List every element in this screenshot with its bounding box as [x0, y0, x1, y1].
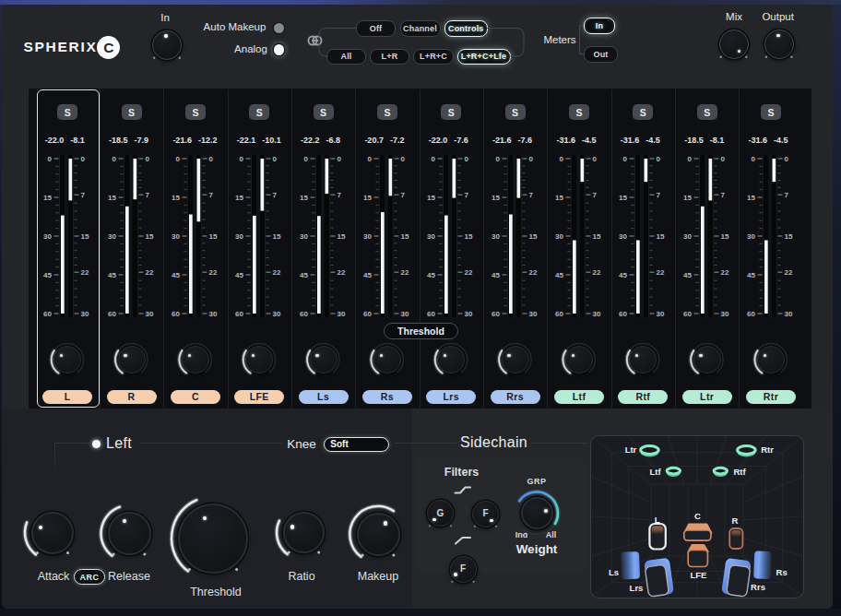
svg-text:30: 30: [593, 310, 601, 318]
svg-text:30: 30: [555, 232, 563, 241]
svg-text:7: 7: [593, 191, 598, 199]
svg-text:0: 0: [208, 155, 213, 163]
svg-text:0: 0: [175, 155, 180, 163]
svg-text:Ltf: Ltf: [649, 467, 661, 477]
svg-text:15: 15: [593, 232, 601, 241]
svg-text:Ls: Ls: [609, 567, 619, 577]
svg-text:60: 60: [427, 310, 435, 318]
svg-text:45: 45: [427, 271, 435, 279]
svg-text:15: 15: [337, 232, 345, 241]
svg-text:15: 15: [657, 232, 665, 241]
svg-text:15: 15: [427, 194, 435, 202]
svg-text:15: 15: [108, 194, 116, 202]
svg-text:30: 30: [465, 310, 473, 318]
svg-text:45: 45: [619, 271, 627, 279]
svg-text:15: 15: [720, 232, 728, 241]
svg-text:Rtf: Rtf: [733, 467, 746, 477]
svg-text:60: 60: [555, 310, 563, 318]
svg-text:R: R: [732, 515, 739, 526]
svg-text:30: 30: [747, 232, 755, 241]
svg-text:22: 22: [785, 268, 793, 277]
svg-text:30: 30: [337, 310, 345, 318]
svg-text:30: 30: [683, 232, 692, 241]
svg-text:7: 7: [465, 191, 469, 199]
svg-text:0: 0: [560, 155, 564, 163]
svg-text:30: 30: [300, 232, 308, 241]
svg-text:7: 7: [145, 191, 149, 199]
svg-text:22: 22: [273, 268, 281, 277]
svg-text:0: 0: [273, 155, 278, 163]
svg-text:15: 15: [300, 194, 308, 202]
svg-text:45: 45: [747, 271, 755, 279]
svg-text:22: 22: [528, 268, 537, 277]
svg-text:0: 0: [785, 155, 789, 163]
svg-text:15: 15: [208, 232, 217, 241]
svg-text:15: 15: [465, 232, 473, 241]
svg-text:7: 7: [528, 191, 533, 199]
svg-text:15: 15: [528, 232, 537, 241]
svg-text:15: 15: [683, 194, 692, 202]
svg-text:60: 60: [235, 310, 243, 318]
svg-text:60: 60: [172, 310, 180, 318]
svg-text:LFE: LFE: [691, 570, 707, 580]
svg-text:30: 30: [657, 310, 665, 318]
svg-text:15: 15: [555, 194, 563, 202]
svg-text:0: 0: [528, 155, 533, 163]
svg-text:30: 30: [427, 232, 435, 241]
svg-text:Rs: Rs: [776, 567, 788, 577]
svg-text:0: 0: [303, 155, 308, 163]
svg-text:30: 30: [720, 310, 728, 318]
svg-text:15: 15: [785, 232, 793, 241]
svg-text:45: 45: [235, 271, 243, 279]
svg-text:22: 22: [720, 268, 728, 277]
svg-text:0: 0: [145, 155, 149, 163]
svg-text:15: 15: [619, 194, 627, 202]
svg-text:0: 0: [687, 155, 692, 163]
svg-text:30: 30: [273, 310, 281, 318]
svg-text:30: 30: [208, 310, 217, 318]
svg-text:30: 30: [785, 310, 793, 318]
svg-text:60: 60: [363, 310, 372, 318]
svg-text:0: 0: [465, 155, 469, 163]
svg-text:45: 45: [555, 271, 563, 279]
svg-text:0: 0: [657, 155, 661, 163]
svg-text:Rrs: Rrs: [751, 582, 765, 592]
svg-text:L: L: [655, 515, 660, 525]
svg-text:22: 22: [593, 268, 601, 277]
svg-text:7: 7: [208, 191, 213, 199]
svg-text:30: 30: [492, 232, 500, 241]
svg-text:15: 15: [400, 232, 409, 241]
svg-text:60: 60: [300, 310, 308, 318]
svg-text:7: 7: [720, 191, 725, 199]
svg-text:0: 0: [593, 155, 598, 163]
svg-text:15: 15: [363, 194, 372, 202]
svg-text:0: 0: [337, 155, 341, 163]
svg-text:30: 30: [619, 232, 627, 241]
svg-text:22: 22: [400, 268, 409, 277]
svg-text:30: 30: [108, 232, 116, 241]
svg-text:0: 0: [623, 155, 628, 163]
svg-text:45: 45: [492, 271, 500, 279]
svg-text:7: 7: [785, 191, 789, 199]
svg-text:0: 0: [112, 155, 116, 163]
svg-text:60: 60: [108, 310, 116, 318]
svg-text:45: 45: [108, 271, 116, 279]
svg-text:0: 0: [432, 155, 436, 163]
svg-text:30: 30: [235, 232, 243, 241]
svg-text:7: 7: [337, 191, 341, 199]
svg-text:60: 60: [683, 310, 692, 318]
svg-text:7: 7: [273, 191, 278, 199]
svg-text:22: 22: [145, 268, 153, 277]
svg-text:Ltr: Ltr: [625, 444, 637, 455]
svg-text:15: 15: [273, 232, 281, 241]
svg-text:0: 0: [240, 155, 244, 163]
svg-text:0: 0: [367, 155, 372, 163]
svg-text:0: 0: [400, 155, 405, 163]
svg-text:60: 60: [747, 310, 755, 318]
svg-text:60: 60: [492, 310, 500, 318]
svg-text:45: 45: [683, 271, 692, 279]
svg-text:15: 15: [145, 232, 153, 241]
svg-text:15: 15: [492, 194, 500, 202]
svg-text:45: 45: [363, 271, 372, 279]
svg-text:30: 30: [400, 310, 409, 318]
